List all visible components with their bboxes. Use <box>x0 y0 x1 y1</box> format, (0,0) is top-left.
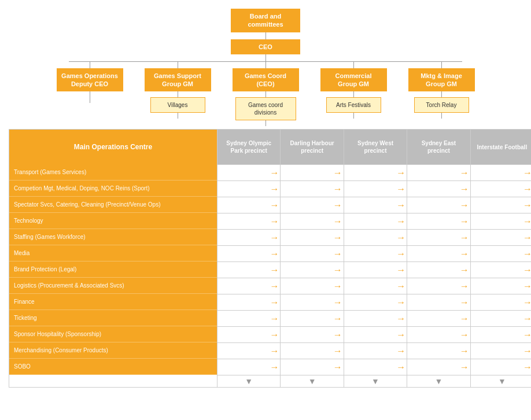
grid-cell-7-3: → <box>407 278 470 294</box>
arrow-right-4-2: → <box>396 233 405 242</box>
grid-cell-8-4: → <box>471 294 531 310</box>
arrow-right-10-4: → <box>523 330 531 340</box>
grid-cell-12-2: → <box>344 359 407 375</box>
grid-cell-3-1: → <box>281 213 344 229</box>
arrow-right-6-4: → <box>523 266 531 275</box>
arrow-right-6-0: → <box>270 266 279 275</box>
service-row-7: Logistics (Procurement & Associated Svcs… <box>9 278 217 294</box>
ceo-box: CEO <box>231 39 300 54</box>
grid-row-6: →→→→→ <box>217 262 531 278</box>
arrow-right-8-4: → <box>523 298 531 307</box>
arrow-right-1-4: → <box>523 185 531 194</box>
grid-cell-8-1: → <box>281 294 344 310</box>
grid-row-7: →→→→→ <box>217 278 531 294</box>
grid-cell-3-2: → <box>344 213 407 229</box>
service-row-0: Transport (Games Services) <box>9 164 217 180</box>
grid-cell-2-1: → <box>281 197 344 213</box>
grid-cell-4-3: → <box>407 230 470 245</box>
grid-cell-12-0: → <box>217 359 281 375</box>
down-arrow-4: ▼ <box>471 375 531 387</box>
down-arrow-3: ▼ <box>407 375 470 387</box>
arrow-right-11-2: → <box>396 347 405 356</box>
l2-label-3: Games Coord (CEO) <box>245 72 286 87</box>
arrow-right-5-4: → <box>523 249 531 259</box>
grid-row-11: →→→→→ <box>217 343 531 359</box>
l2-4-vline <box>353 61 354 68</box>
arrow-right-8-1: → <box>333 298 342 307</box>
precinct-col-1: Darling Harbour precinct <box>281 130 344 164</box>
grid-cell-0-1: → <box>281 165 344 180</box>
grid-cell-1-4: → <box>471 181 531 197</box>
grid-cell-0-0: → <box>217 165 281 180</box>
grid-cell-3-3: → <box>407 213 470 229</box>
arrow-right-7-0: → <box>270 282 279 291</box>
arrow-right-4-4: → <box>523 233 531 242</box>
grid-row-9: →→→→→ <box>217 311 531 327</box>
l3-arts-box: Arts Festivals <box>326 97 381 113</box>
grid-cell-0-2: → <box>344 165 407 180</box>
grid-cell-6-3: → <box>407 262 470 278</box>
grid-cell-9-0: → <box>217 311 281 326</box>
down-arrow-2: ▼ <box>344 375 407 387</box>
arrow-right-1-3: → <box>460 185 469 194</box>
arrow-right-11-4: → <box>523 347 531 356</box>
l2-hline-container: Games Operations Deputy CEO Games Suppor… <box>46 61 485 127</box>
arrow-right-7-1: → <box>333 282 342 291</box>
service-row-2: Spectator Svcs, Catering, Cleaning (Prec… <box>9 197 217 213</box>
grid-cell-5-4: → <box>471 246 531 261</box>
grid-cell-8-3: → <box>407 294 470 310</box>
l3-villages-label: Villages <box>168 102 188 108</box>
precinct-col-4: Interstate Football <box>471 130 531 164</box>
precinct-col-2: Sydney West precinct <box>344 130 407 164</box>
grid-row-2: →→→→→ <box>217 197 531 213</box>
left-panel: Main Operations Centre Transport (Games … <box>9 130 217 387</box>
arrow-right-7-3: → <box>460 282 469 291</box>
grid-cell-2-4: → <box>471 197 531 213</box>
arrow-right-8-0: → <box>270 298 279 307</box>
service-row-3: Technology <box>9 213 217 229</box>
hierarchy-wrapper: Board and committees CEO <box>3 6 528 129</box>
arrow-right-12-2: → <box>396 363 405 372</box>
precinct-headers: Sydney Olympic Park precinct Darling Har… <box>217 130 531 165</box>
grid-cell-4-1: → <box>281 230 344 245</box>
grid-cell-11-1: → <box>281 343 344 359</box>
l2-5-vline <box>441 61 442 68</box>
l2-box-2: Games Support Group GM <box>145 68 211 92</box>
arrow-right-5-2: → <box>396 249 405 259</box>
grid-cell-6-2: → <box>344 262 407 278</box>
grid-cell-9-3: → <box>407 311 470 326</box>
grid-cell-5-2: → <box>344 246 407 261</box>
arrow-right-9-1: → <box>333 314 342 323</box>
arrow-right-3-2: → <box>396 217 405 226</box>
grid-rows: →→→→→→→→→→→→→→→→→→→→→→→→→→→→→→→→→→→→→→→→… <box>217 165 531 375</box>
arrow-right-11-0: → <box>270 347 279 356</box>
service-row-10: Sponsor Hospitality (Sponsorship) <box>9 326 217 342</box>
arrow-right-12-0: → <box>270 363 279 372</box>
grid-row-1: →→→→→ <box>217 181 531 197</box>
grid-cell-6-0: → <box>217 262 281 278</box>
arrow-right-12-4: → <box>523 363 531 372</box>
grid-cell-4-2: → <box>344 230 407 245</box>
grid-row-12: →→→→→ <box>217 359 531 375</box>
arrow-right-11-3: → <box>460 347 469 356</box>
service-row-5: Media <box>9 245 217 261</box>
l3-torch-box: Torch Relay <box>414 97 469 113</box>
precinct-col-3: Sydney East precinct <box>407 130 470 164</box>
grid-cell-7-4: → <box>471 278 531 294</box>
grid-cell-3-4: → <box>471 213 531 229</box>
l2-3-vline <box>266 61 266 68</box>
l2-box-5: Mktg & Image Group GM <box>408 68 475 92</box>
arrow-right-0-0: → <box>270 168 279 178</box>
down-arrows-row: ▼ ▼ ▼ ▼ ▼ <box>217 375 531 387</box>
arrow-right-12-1: → <box>333 363 342 372</box>
arrow-right-4-1: → <box>333 233 342 242</box>
l2-box-4: Commercial Group GM <box>320 68 387 92</box>
board-ceo-vline <box>266 32 266 39</box>
l2-node-2: Games Support Group GM Villages <box>134 61 222 127</box>
arrow-right-3-1: → <box>333 217 342 226</box>
precinct-col-0: Sydney Olympic Park precinct <box>217 130 281 164</box>
l2-label-1: Games Operations Deputy CEO <box>61 72 118 87</box>
arrow-right-9-3: → <box>460 314 469 323</box>
arrow-right-1-0: → <box>270 185 279 194</box>
main-ops-header: Main Operations Centre <box>9 130 217 164</box>
